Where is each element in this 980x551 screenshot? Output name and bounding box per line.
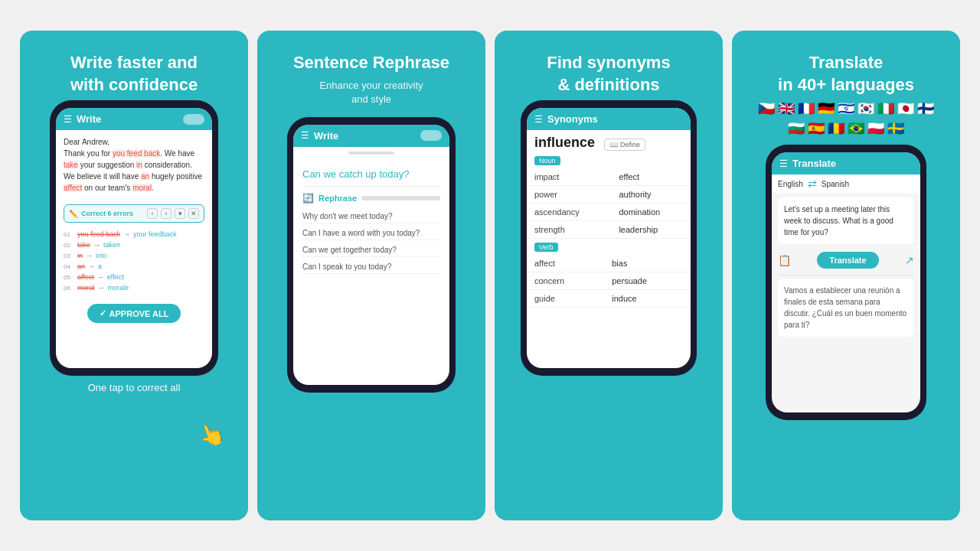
syn-left-2: power [527,186,611,204]
phone-write-inner: ☰ Write Dear Andrew, Thank you for you f… [56,108,212,368]
error-item-5: 05 affect → effect [64,272,204,282]
noun-badge: Noun [534,156,560,165]
menu-icon-4: ☰ [779,158,788,169]
panel-synonyms: Find synonyms & definitions ☰ Synonyms i… [495,31,723,520]
error-item-3: 03 in → into [64,250,204,261]
menu-icon: ☰ [64,114,72,125]
panel-rephrase-subtitle: Enhance your creativity and style [319,79,423,106]
define-icon: 📖 [609,141,618,148]
share-icon[interactable]: ↗ [905,254,914,266]
phone-rephrase-inner: ☰ Write Can we catch up today? 🔄 Rephras… [293,125,449,385]
syn-right-1: effect [611,168,691,186]
language-selector[interactable]: English ⇄ Spanish [772,174,920,193]
copy-icon[interactable]: 📋 [778,254,791,266]
flag-de: 🇩🇪 [818,100,835,117]
close-btn[interactable]: ✕ [188,208,199,219]
toggle-switch-2[interactable] [420,130,442,141]
error-correct-1: your feedback [133,230,177,238]
panel-write: Write faster and with confidence ☰ Write… [20,31,248,520]
flag-pl: 🇵🇱 [867,120,884,137]
flag-fr: 🇫🇷 [798,100,815,117]
define-label: Define [620,141,640,148]
flag-br: 🇧🇷 [848,120,864,137]
flag-cz: 🇨🇿 [758,100,775,117]
rephrase-option-3[interactable]: Can we get together today? [302,243,440,257]
syn-row-v1: affect bias [527,255,691,272]
syn-v-left-2: concern [527,272,604,290]
error-wrong-2: take [77,241,90,249]
error-correct-3: into [96,252,107,259]
rephrase-option-2[interactable]: Can I have a word with you today? [302,227,440,240]
correct-label: Correct 6 errors [81,210,144,217]
flag-kr: 🇰🇷 [858,100,874,117]
define-button[interactable]: 📖 Define [604,139,645,151]
phone-translate-header-title: Translate [792,158,913,169]
panel-write-title: Write faster and with confidence [70,52,198,96]
syn-v-right-2: persuade [604,272,691,290]
error-wrong-4: an [77,262,85,270]
translate-btn-row: 📋 Translate ↗ [772,249,920,272]
syn-left-3: ascendancy [527,204,611,221]
prev-btn[interactable]: ‹ [147,208,158,219]
phone-write: ☰ Write Dear Andrew, Thank you for you f… [50,100,218,376]
rephrase-option-4[interactable]: Can I speak to you today? [302,260,440,274]
error-item-6: 06 moral → morale [64,282,204,293]
flag-es: 🇪🇸 [808,120,825,137]
expand-btn[interactable]: ▾ [175,208,185,219]
flag-jp: 🇯🇵 [897,100,914,117]
panel-rephrase: Sentence Rephrase Enhance your creativit… [257,31,485,520]
error-correct-5: effect [107,273,124,281]
translate-output-text: Vamos a establecer una reunión a finales… [778,279,914,337]
phone-synonyms-header-title: Synonyms [547,113,683,125]
rephrase-option-1[interactable]: Why don't we meet today? [302,210,440,223]
error-wrong-5: affect [77,273,94,281]
syn-right-4: leadership [611,221,691,239]
phone-synonyms: ☰ Synonyms influence 📖 Define Noun impac… [521,100,697,376]
flag-gb: 🇬🇧 [778,100,795,117]
syn-row-v2: concern persuade [527,272,691,290]
phone-synonyms-inner: ☰ Synonyms influence 📖 Define Noun impac… [527,108,691,368]
error-wrong-1: you feed back [77,230,120,238]
error-item-4: 04 an → a [64,261,204,272]
verb-badge: Verb [534,243,558,252]
approve-all-label: APPROVE ALL [109,309,169,318]
rephrase-progress-bar [361,196,440,201]
phone-synonyms-header: ☰ Synonyms [527,108,691,130]
next-btn[interactable]: › [161,208,172,219]
flag-fi: 🇫🇮 [917,100,934,117]
syn-row-2: power authority [527,186,691,204]
hand-cursor-icon: 👆 [194,419,228,452]
syn-v-left-3: guide [527,290,604,308]
rephrase-input-text: Can we catch up today? [302,168,440,187]
phone-translate: ☰ Translate English ⇄ Spanish Let's set … [766,145,926,420]
translate-button[interactable]: Translate [817,252,878,269]
menu-icon-2: ☰ [301,130,309,141]
syn-row-1: impact effect [527,168,691,186]
syn-row-v3: guide induce [527,290,691,308]
error-correct-4: a [98,262,102,270]
checkmark-icon: ✓ [100,308,106,318]
phone-rephrase: ☰ Write Can we catch up today? 🔄 Rephras… [287,117,456,393]
panel-write-caption: One tap to correct all [88,382,181,393]
syn-row-3: ascendancy domination [527,204,691,221]
translate-input-text[interactable]: Let's set up a meeting later this week t… [778,197,914,244]
flag-it: 🇮🇹 [877,100,894,117]
flag-ro: 🇷🇴 [828,120,844,137]
phone-translate-header: ☰ Translate [772,152,920,174]
syn-left-1: impact [527,168,611,186]
lang-swap-icon[interactable]: ⇄ [808,178,817,190]
error-correct-6: morale [108,284,129,292]
synonyms-word: influence [534,135,595,151]
error-wrong-6: moral [77,284,95,292]
error-list: 01 you feed back → your feedback 02 take… [56,227,212,295]
flag-se: 🇸🇪 [887,120,904,137]
correct-bar: ✏️ Correct 6 errors ‹ › ▾ ✕ [64,204,204,223]
rephrase-content: Can we catch up today? 🔄 Rephrase Why do… [293,161,449,282]
noun-synonyms-table: impact effect power authority ascendancy… [527,168,691,239]
toggle-switch[interactable] [183,114,204,125]
error-item-1: 01 you feed back → your feedback [64,229,204,240]
flag-bg: 🇧🇬 [788,120,805,137]
error-item-2: 02 take → taken [64,240,204,250]
approve-all-button[interactable]: ✓ APPROVE ALL [87,304,181,323]
panels-container: Write faster and with confidence ☰ Write… [15,31,965,520]
